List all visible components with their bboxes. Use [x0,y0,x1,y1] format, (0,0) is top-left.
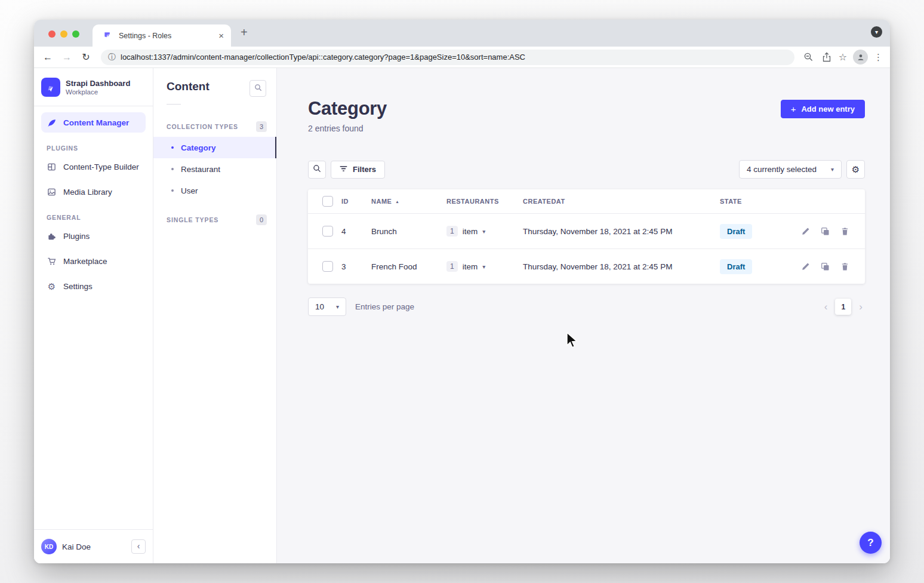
bullet-icon [171,168,174,170]
add-new-entry-button[interactable]: + Add new entry [781,100,865,118]
table-row[interactable]: 4 Brunch 1 item ▾ Thursday, November 18,… [308,213,865,248]
subnav-item-label: User [181,186,198,195]
reload-button[interactable]: ↻ [79,51,93,63]
row-checkbox[interactable] [322,261,333,272]
column-header-state[interactable]: STATE [720,198,793,205]
select-all-checkbox[interactable] [322,196,333,207]
brand-home-link[interactable]: Strapi Dashboard Workplace [34,68,153,105]
sidebar-item-content-type-builder[interactable]: Content-Type Builder [41,157,146,177]
search-icon [254,83,262,94]
zoom-icon[interactable] [803,51,815,63]
column-header-createdat[interactable]: CREATEDAT [523,198,720,205]
duplicate-icon[interactable] [821,262,830,271]
cell-id: 4 [341,227,371,236]
current-page-button[interactable]: 1 [835,299,851,315]
close-window-button[interactable] [48,30,56,38]
table-settings-button[interactable]: ⚙ [846,160,865,179]
cell-createdat: Thursday, November 18, 2021 at 2:45 PM [523,227,720,236]
delete-trash-icon[interactable] [840,227,849,236]
duplicate-icon[interactable] [821,227,830,236]
browser-tab-strip: Settings - Roles × + ▾ [34,20,890,47]
tab-title: Settings - Roles [119,32,213,40]
collection-types-count-badge: 3 [256,121,267,132]
relation-count-badge: 1 [446,226,458,237]
image-icon [47,187,57,197]
sidebar-item-label: Content-Type Builder [63,162,139,171]
subnav-item-label: Category [181,143,216,152]
previous-page-button[interactable]: ‹ [822,301,830,313]
subnav-item-user[interactable]: User [153,180,276,201]
subnav-item-label: Restaurant [181,165,220,174]
table-row[interactable]: 3 French Food 1 item ▾ Thursday, Novembe… [308,248,865,284]
single-types-count-badge: 0 [256,214,267,225]
url-text: localhost:1337/admin/content-manager/col… [121,53,525,62]
caret-down-icon: ▾ [336,303,339,310]
cell-restaurants[interactable]: 1 item ▾ [446,226,523,237]
browser-toolbar: ← → ↻ ⓘ localhost:1337/admin/content-man… [34,47,890,68]
user-avatar: KD [41,539,57,554]
window-controls [48,30,79,38]
sidebar-item-marketplace[interactable]: Marketplace [41,251,146,271]
minimize-window-button[interactable] [60,30,67,38]
share-icon[interactable] [821,51,833,63]
cell-restaurants[interactable]: 1 item ▾ [446,261,523,272]
help-button[interactable]: ? [860,532,882,554]
browser-menu-icon[interactable]: ⋮ [874,52,883,63]
table-search-button[interactable] [308,161,326,179]
sidebar-item-label: Content Manager [63,118,129,127]
gear-icon: ⚙ [47,281,57,292]
tab-search-button[interactable]: ▾ [871,26,882,38]
bullet-icon [171,146,174,149]
column-header-id[interactable]: ID [341,198,371,205]
sidebar-item-content-manager[interactable]: Content Manager [41,112,146,133]
user-profile-area[interactable]: KD Kai Doe ‹ [34,529,153,563]
subnav-divider [167,104,181,105]
page-size-select[interactable]: 10 ▾ [308,297,346,316]
strapi-logo-icon [41,78,60,97]
page-title: Category [308,98,387,119]
sidebar-item-media-library[interactable]: Media Library [41,182,146,202]
address-bar[interactable]: ⓘ localhost:1337/admin/content-manager/c… [101,50,794,65]
user-name: Kai Doe [62,542,91,551]
edit-pencil-icon[interactable] [801,227,810,236]
sidebar-item-plugins[interactable]: Plugins [41,226,146,246]
content-subnav: Content COLLECTION TYPES 3 Category Rest… [153,68,277,563]
collapse-sidebar-button[interactable]: ‹ [131,539,146,554]
browser-profile-avatar[interactable] [853,50,868,65]
column-header-name[interactable]: NAME ▴ [371,198,446,205]
subnav-search-button[interactable] [250,80,266,97]
forward-button[interactable]: → [60,52,73,63]
row-checkbox[interactable] [322,226,333,237]
delete-trash-icon[interactable] [840,262,849,271]
subnav-item-restaurant[interactable]: Restaurant [153,158,276,180]
sidebar-item-settings[interactable]: ⚙ Settings [41,276,146,296]
caret-down-icon: ▾ [482,263,485,270]
pagination: 10 ▾ Entries per page ‹ 1 › [308,297,865,316]
site-info-icon[interactable]: ⓘ [108,52,116,63]
search-icon [313,164,321,175]
fullscreen-window-button[interactable] [72,30,79,38]
bookmark-star-icon[interactable]: ☆ [839,51,847,63]
entries-table: ID NAME ▴ RESTAURANTS CREATEDAT STATE 4 … [308,189,865,284]
single-types-label: SINGLE TYPES [167,216,218,223]
fields-selected-dropdown[interactable]: 4 currently selected ▾ [739,160,842,179]
question-mark-icon: ? [867,537,873,549]
next-page-button[interactable]: › [857,301,865,313]
new-tab-button[interactable]: + [241,26,248,38]
column-header-restaurants[interactable]: RESTAURANTS [446,198,523,205]
strapi-app: Strapi Dashboard Workplace Content Manag… [34,68,890,563]
cell-name: French Food [371,262,446,271]
chevron-left-icon: ‹ [137,541,140,551]
browser-tab[interactable]: Settings - Roles × [93,24,231,47]
back-button[interactable]: ← [41,52,54,63]
main-content: Category 2 entries found + Add new entry [277,68,890,563]
edit-pencil-icon[interactable] [801,262,810,271]
sidebar-item-label: Plugins [63,232,90,241]
sort-ascending-icon: ▴ [396,199,399,204]
filters-button[interactable]: Filters [331,161,385,179]
entries-per-page-label: Entries per page [355,302,414,311]
subnav-item-category[interactable]: Category [153,137,276,158]
tab-close-icon[interactable]: × [218,31,224,40]
filter-icon [340,165,347,174]
sidebar-divider [34,106,153,106]
